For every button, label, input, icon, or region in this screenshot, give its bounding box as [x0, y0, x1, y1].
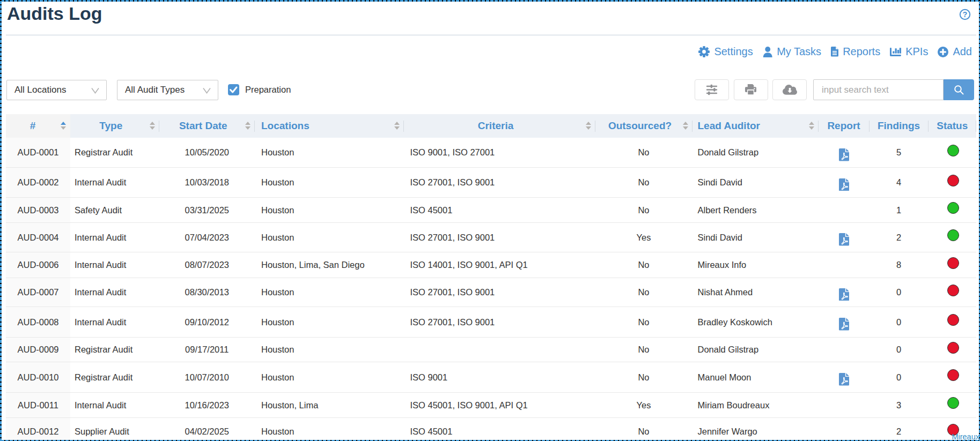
svg-text:?: ? — [963, 10, 968, 19]
